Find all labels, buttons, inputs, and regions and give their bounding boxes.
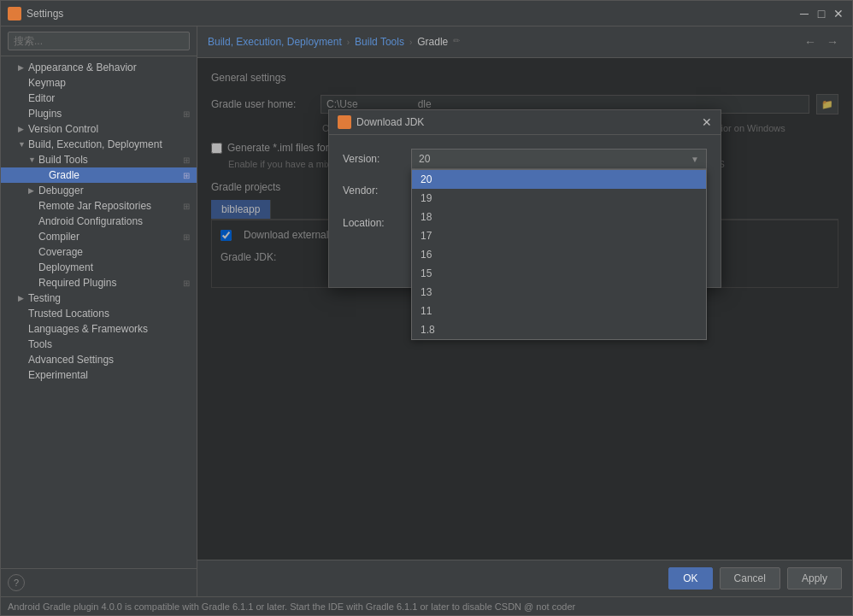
version-option-19[interactable]: 19 xyxy=(412,189,706,208)
search-input[interactable] xyxy=(8,32,190,50)
sidebar-item-trusted-locations[interactable]: Trusted Locations xyxy=(1,306,197,321)
sidebar-tree: ▶ Appearance & Behavior Keymap Editor Pl… xyxy=(1,56,197,568)
version-option-15[interactable]: 15 xyxy=(412,264,706,283)
settings-icon-rjr: ⊞ xyxy=(183,202,190,211)
breadcrumb-gradle: Gradle xyxy=(417,36,448,48)
content-area: General settings Gradle user home: 📁 Ove… xyxy=(197,58,852,560)
sidebar-item-label: Tools xyxy=(28,338,190,350)
help-button[interactable]: ? xyxy=(8,574,25,591)
maximize-button[interactable]: □ xyxy=(815,7,828,21)
sidebar-item-label: Compiler xyxy=(38,231,183,243)
version-select-display[interactable]: 20 ▼ xyxy=(411,149,707,169)
dialog-body: Version: 20 ▼ 20 19 18 xyxy=(329,135,721,287)
sidebar-item-plugins[interactable]: Plugins ⊞ xyxy=(1,106,197,121)
sidebar-item-label: Plugins xyxy=(28,108,183,120)
sidebar-item-label: Languages & Frameworks xyxy=(28,323,190,335)
sidebar-item-appearance-behavior[interactable]: ▶ Appearance & Behavior xyxy=(1,60,197,75)
version-option-17[interactable]: 17 xyxy=(412,226,706,245)
main-content: ▶ Appearance & Behavior Keymap Editor Pl… xyxy=(1,26,852,596)
sidebar-item-gradle[interactable]: Gradle ⊞ xyxy=(1,167,197,183)
status-text: Android Gradle plugin 4.0.0 is compatibl… xyxy=(8,601,575,612)
sidebar-item-label: Build, Execution, Deployment xyxy=(28,138,190,150)
sidebar-item-languages-frameworks[interactable]: Languages & Frameworks xyxy=(1,321,197,337)
version-row: Version: 20 ▼ 20 19 18 xyxy=(343,149,707,169)
sidebar-item-remote-jar-repositories[interactable]: Remote Jar Repositories ⊞ xyxy=(1,198,197,214)
sidebar-item-android-configurations[interactable]: Android Configurations xyxy=(1,214,197,229)
sidebar-item-label: Coverage xyxy=(38,246,190,258)
sidebar-item-label: Android Configurations xyxy=(38,215,190,227)
settings-window: Settings ─ □ ✕ ▶ Appearance & Behavior xyxy=(0,0,853,616)
sidebar-item-version-control[interactable]: ▶ Version Control xyxy=(1,121,197,137)
breadcrumb-build-tools[interactable]: Build Tools xyxy=(355,36,404,48)
version-option-18[interactable]: 18 xyxy=(412,208,706,226)
arrow-icon: ▼ xyxy=(18,140,28,149)
window-title: Settings xyxy=(26,8,797,20)
sidebar-item-label: Debugger xyxy=(38,185,190,197)
vendor-label: Vendor: xyxy=(343,185,403,197)
settings-icon-compiler: ⊞ xyxy=(183,232,190,242)
sidebar-item-testing[interactable]: ▶ Testing xyxy=(1,290,197,306)
sidebar-item-label: Editor xyxy=(28,92,190,104)
version-label: Version: xyxy=(343,153,403,165)
version-select-container: 20 ▼ 20 19 18 17 16 15 xyxy=(411,149,707,169)
arrow-icon: ▶ xyxy=(18,125,28,133)
window-controls: ─ □ ✕ xyxy=(797,7,845,21)
dialog-title: Download JDK xyxy=(356,116,697,128)
version-option-1.8[interactable]: 1.8 xyxy=(412,320,706,339)
dialog-close-button[interactable]: ✕ xyxy=(702,115,712,129)
sidebar-item-tools[interactable]: Tools xyxy=(1,337,197,352)
plugin-icon: ⊞ xyxy=(183,109,190,119)
sidebar-item-experimental[interactable]: Experimental xyxy=(1,367,197,383)
sidebar-item-required-plugins[interactable]: Required Plugins ⊞ xyxy=(1,275,197,290)
cancel-button[interactable]: Cancel xyxy=(720,567,780,590)
settings-icon: ⊞ xyxy=(183,155,190,165)
arrow-icon: ▼ xyxy=(28,155,38,164)
sidebar-item-label: Gradle xyxy=(49,169,183,181)
apply-button[interactable]: Apply xyxy=(787,567,842,590)
sidebar-item-label: Appearance & Behavior xyxy=(28,62,190,73)
sidebar-item-label: Testing xyxy=(28,292,190,304)
dialog-app-icon xyxy=(338,115,351,129)
breadcrumb: Build, Execution, Deployment › Build Too… xyxy=(197,26,852,58)
sidebar: ▶ Appearance & Behavior Keymap Editor Pl… xyxy=(1,26,197,596)
app-icon xyxy=(8,7,21,21)
arrow-icon: ▶ xyxy=(18,294,28,302)
breadcrumb-build-execution[interactable]: Build, Execution, Deployment xyxy=(208,36,342,48)
sidebar-item-build-execution-deployment[interactable]: ▼ Build, Execution, Deployment xyxy=(1,137,197,152)
arrow-icon: ▶ xyxy=(18,63,28,72)
edit-icon[interactable]: ✏ xyxy=(453,36,465,48)
sidebar-item-label: Required Plugins xyxy=(38,277,183,289)
location-label: Location: xyxy=(343,217,403,229)
right-panel: Build, Execution, Deployment › Build Too… xyxy=(197,26,852,596)
version-option-16[interactable]: 16 xyxy=(412,245,706,264)
sidebar-item-build-tools[interactable]: ▼ Build Tools ⊞ xyxy=(1,152,197,167)
dropdown-arrow-icon: ▼ xyxy=(691,155,699,164)
sidebar-item-editor[interactable]: Editor xyxy=(1,91,197,106)
close-button[interactable]: ✕ xyxy=(832,7,845,21)
sidebar-item-label: Trusted Locations xyxy=(28,308,190,320)
sidebar-item-keymap[interactable]: Keymap xyxy=(1,75,197,91)
minimize-button[interactable]: ─ xyxy=(797,7,811,21)
arrow-icon: ▶ xyxy=(28,186,38,195)
sidebar-item-coverage[interactable]: Coverage xyxy=(1,244,197,260)
sidebar-item-label: Deployment xyxy=(38,261,190,273)
settings-icon-rp: ⊞ xyxy=(183,279,190,288)
version-option-13[interactable]: 13 xyxy=(412,283,706,302)
search-box xyxy=(1,26,197,56)
nav-back-button[interactable]: ← xyxy=(801,33,820,50)
dialog-title-bar: Download JDK ✕ xyxy=(329,110,721,135)
sidebar-bottom: ? xyxy=(1,568,197,596)
version-option-20[interactable]: 20 xyxy=(412,170,706,189)
sidebar-item-compiler[interactable]: Compiler ⊞ xyxy=(1,229,197,244)
breadcrumb-sep-2: › xyxy=(409,38,412,47)
sidebar-item-advanced-settings[interactable]: Advanced Settings xyxy=(1,352,197,367)
version-dropdown-list: 20 19 18 17 16 15 13 11 1.8 xyxy=(411,169,707,340)
version-selected-value: 20 xyxy=(419,153,430,165)
sidebar-item-label: Keymap xyxy=(28,77,190,89)
ok-button[interactable]: OK xyxy=(668,567,712,590)
title-bar: Settings ─ □ ✕ xyxy=(1,1,852,26)
nav-forward-button[interactable]: → xyxy=(823,33,842,50)
sidebar-item-debugger[interactable]: ▶ Debugger xyxy=(1,183,197,198)
sidebar-item-deployment[interactable]: Deployment xyxy=(1,260,197,275)
version-option-11[interactable]: 11 xyxy=(412,302,706,320)
